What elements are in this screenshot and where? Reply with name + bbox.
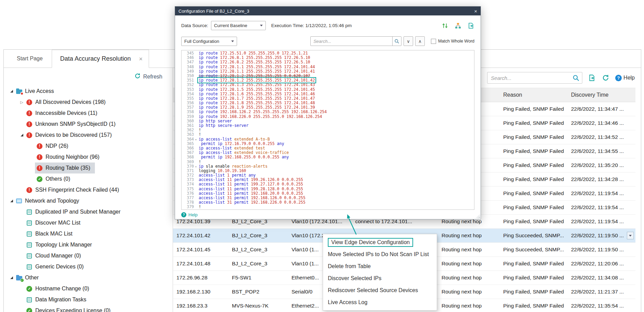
tree-item-devices-exceeding-license-0[interactable]: ✓Devices Exceeding License (0) bbox=[4, 305, 173, 312]
config-text: ip route 172.26.8.1 255.255.255.255 172.… bbox=[198, 55, 311, 60]
table-search-input[interactable] bbox=[491, 75, 572, 81]
menu-item-discover-selected-ips[interactable]: Discover Selected IPs bbox=[323, 272, 437, 284]
collapse-icon[interactable] bbox=[9, 276, 14, 279]
config-text: access-list 11 permit 199.26.126.0 0.0.0… bbox=[198, 177, 304, 182]
manager-list-icon bbox=[26, 297, 33, 303]
tree-item-black-mac-list[interactable]: Black MAC List bbox=[4, 228, 173, 239]
page: { "colors": { "accent": "#0aa29c", "sele… bbox=[0, 0, 644, 312]
cell-device: MVS-Nexus-7K bbox=[228, 299, 288, 312]
collapse-icon[interactable] bbox=[19, 134, 25, 136]
chevron-down-icon bbox=[260, 25, 263, 26]
help-link[interactable]: ? Help bbox=[615, 75, 635, 81]
table-search-box bbox=[487, 72, 582, 84]
tree-item-label: Data Migration Tasks bbox=[35, 297, 86, 303]
config-text: ip route 172.28.1.7 255.255.255.255 172.… bbox=[198, 96, 315, 101]
tree-item-cloud-manager-0[interactable]: Cloud Manager (0) bbox=[4, 250, 173, 261]
find-prev-button[interactable]: ∧ bbox=[415, 36, 425, 46]
cell-time: 22/6/2022, 11:19:54 ... bbox=[568, 215, 635, 228]
tree-item-ndp-26[interactable]: !NDP (26) bbox=[4, 141, 173, 152]
tree-item-unknown-snmp-sysobjectid-1[interactable]: !Unknown SNMP SysObjectID (1) bbox=[4, 119, 173, 130]
collapse-icon[interactable] bbox=[9, 90, 14, 93]
fold-icon[interactable]: ▾ bbox=[194, 137, 198, 142]
data-source-select[interactable]: Current Baseline bbox=[211, 21, 266, 30]
dialog-toolbar-icons bbox=[442, 22, 474, 29]
config-text: access-list 11 permit 199.28.128.0 0.0.0… bbox=[198, 187, 304, 191]
menu-item-live-access-log[interactable]: Live Access Log bbox=[323, 296, 437, 308]
config-tree-icon[interactable] bbox=[455, 22, 461, 29]
refresh-button[interactable]: Refresh bbox=[134, 73, 162, 81]
tab-start-page[interactable]: Start Page bbox=[8, 50, 52, 68]
row-dropdown-button[interactable] bbox=[627, 232, 634, 239]
tree-item-network-and-topology[interactable]: Network and Topology bbox=[4, 195, 173, 206]
config-text: ip route 172.28.1.1 255.255.255.255 172.… bbox=[198, 69, 315, 74]
cell-ip: 172.24.101.45 bbox=[173, 243, 228, 256]
dialog-title-bar[interactable]: Configuration File of BJ_L2_Core_3 × bbox=[175, 7, 481, 15]
cell-reason: Ping Failed, SNMP Failed bbox=[500, 158, 568, 172]
col-reason[interactable]: Reason bbox=[500, 88, 568, 102]
menu-item-rediscover-selected-source-devices[interactable]: Rediscover Selected Source Devices bbox=[323, 284, 437, 296]
tree-item-discover-mac-list[interactable]: Discover MAC List bbox=[4, 217, 173, 228]
menu-item-delete-from-table[interactable]: Delete from Table bbox=[323, 260, 437, 272]
dialog-help-link[interactable]: ? Help bbox=[181, 212, 474, 217]
compare-baseline-icon[interactable] bbox=[442, 22, 448, 29]
config-text: ip route 172.28.1.3 255.255.255.255 172.… bbox=[198, 82, 315, 87]
menu-item-view-edge-device-configuration[interactable]: View Edge Device Configuration bbox=[323, 236, 437, 248]
find-next-button[interactable]: ∨ bbox=[404, 36, 413, 46]
tree-item-duplicated-ip-and-subnet-manager[interactable]: Duplicated IP and Subnet Manager bbox=[4, 206, 173, 217]
expand-icon[interactable]: ▷ bbox=[19, 100, 25, 105]
col-time[interactable]: Discovery Time bbox=[568, 88, 635, 102]
help-icon: ? bbox=[615, 75, 622, 81]
config-text: ip route 172.28.1.5 255.255.255.255 172.… bbox=[198, 87, 315, 92]
tree-item-others-0[interactable]: ✓Others (0) bbox=[4, 173, 173, 184]
export-button[interactable] bbox=[588, 74, 596, 82]
line-number: 353 bbox=[182, 87, 194, 92]
sync-button[interactable] bbox=[602, 74, 610, 82]
tree-item-other[interactable]: ✓Other bbox=[4, 272, 173, 283]
error-icon: ! bbox=[26, 121, 33, 128]
line-number: 359 bbox=[182, 115, 194, 119]
sidebar-tree: Live Access▷!All Discovered Devices (198… bbox=[4, 86, 173, 312]
error-icon: ! bbox=[26, 99, 33, 106]
export-config-icon[interactable] bbox=[468, 22, 474, 29]
tab-data-accuracy-resolution[interactable]: Data Accuracy Resolution × bbox=[52, 50, 149, 68]
cell-type: Routing next hop bbox=[438, 257, 500, 271]
cell-type: Routing next hop bbox=[438, 271, 500, 285]
error-icon: ! bbox=[26, 110, 33, 117]
config-text: ip route 172.28.1.8 255.255.255.255 172.… bbox=[198, 100, 315, 105]
config-text: ! bbox=[198, 204, 202, 209]
search-icon[interactable] bbox=[572, 74, 580, 82]
manager-list-icon bbox=[26, 209, 33, 215]
line-number: 349 bbox=[182, 69, 194, 74]
tree-item-all-discovered-devices-198[interactable]: ▷!All Discovered Devices (198) bbox=[4, 97, 173, 108]
config-content[interactable]: 345ip route 172.25.51.0 255.255.255.0 17… bbox=[181, 50, 474, 210]
cell-time: 22/6/2022, 11:34:28 ... bbox=[568, 172, 635, 186]
tree-item-label: Unknown SNMP SysObjectID (1) bbox=[35, 121, 115, 127]
tree-item-live-access[interactable]: Live Access bbox=[4, 86, 173, 97]
view-selector[interactable]: Full Configuration bbox=[181, 37, 237, 46]
dialog-close-icon[interactable]: × bbox=[474, 9, 477, 14]
tree-item-devices-to-be-discovered-157[interactable]: !Devices to be Discovered (157) bbox=[4, 130, 173, 141]
tree-item-generic-devices-0[interactable]: Generic Devices (0) bbox=[4, 261, 173, 272]
search-in-config-icon[interactable] bbox=[392, 37, 401, 46]
cell-type: Routing next hop bbox=[438, 285, 500, 299]
line-number: 364 bbox=[182, 137, 194, 142]
match-whole-word-checkbox[interactable] bbox=[431, 39, 436, 44]
tree-item-label: Routing Neighbor (96) bbox=[46, 154, 99, 160]
config-line-379: 379! bbox=[182, 205, 474, 209]
tree-item-ssh-fingerprint-check-failed-44[interactable]: !SSH Fingerprint Check Failed (44) bbox=[4, 184, 173, 195]
tree-item-inaccessible-devices-11[interactable]: !Inaccessible Devices (11) bbox=[4, 108, 173, 119]
fold-icon[interactable]: ▾ bbox=[194, 165, 198, 169]
tree-item-hostname-change-0[interactable]: ✓Hostname Change (0) bbox=[4, 283, 173, 294]
cell-time: 22/6/2022, 11:35:54 ... bbox=[568, 299, 635, 312]
collapse-icon[interactable] bbox=[9, 200, 14, 202]
tree-item-data-migration-tasks[interactable]: Data Migration Tasks bbox=[4, 294, 173, 305]
config-search-input[interactable] bbox=[311, 39, 392, 44]
cell-ip: 192.168.2.130 bbox=[173, 285, 228, 299]
tree-item-topology-link-manager[interactable]: Topology Link Manager bbox=[4, 239, 173, 250]
tree-item-routing-neighbor-96[interactable]: !Routing Neighbor (96) bbox=[4, 152, 173, 163]
tree-item-label: SSH Fingerprint Check Failed (44) bbox=[35, 187, 119, 193]
cell-reason: Ping Failed, SNMP Failed bbox=[500, 187, 568, 200]
tab-close-icon[interactable]: × bbox=[139, 56, 143, 62]
menu-item-move-selected-ips-to-do-not-scan-ip-list[interactable]: Move Selected IPs to Do Not Scan IP List bbox=[323, 248, 437, 260]
tree-item-routing-table-35[interactable]: !Routing Table (35) bbox=[4, 163, 173, 173]
